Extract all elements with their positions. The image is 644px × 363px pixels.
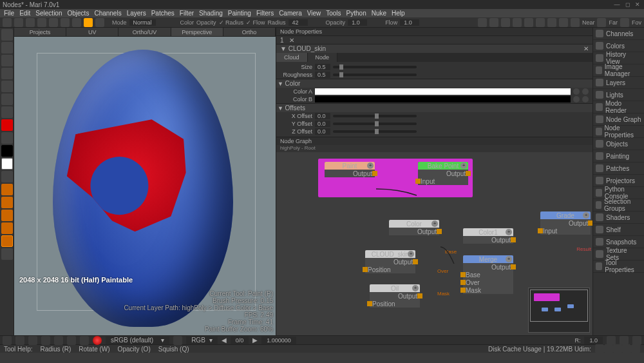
menu-nuke[interactable]: Nuke — [372, 10, 386, 17]
sphere-b-icon[interactable] — [1, 197, 13, 208]
rotate-tool-icon[interactable] — [1, 55, 13, 66]
status-e-icon[interactable] — [631, 344, 640, 353]
color-node[interactable]: Color+ Output — [389, 220, 439, 235]
colorb-swatch[interactable] — [315, 96, 571, 103]
misc-tool-icon[interactable] — [1, 248, 13, 260]
panel-shaders[interactable]: Shaders — [593, 211, 644, 224]
redo-icon[interactable] — [49, 18, 58, 27]
section-close-icon[interactable]: ✕ — [583, 45, 589, 52]
black-swatch[interactable] — [1, 145, 13, 157]
bakepoint-node[interactable]: Bake Point+ Output Input — [418, 162, 468, 185]
colorspace-select[interactable]: sRGB (default)▾ — [106, 337, 169, 344]
flow-checkbox[interactable]: ✓ Flow — [246, 19, 265, 26]
panel-channels[interactable]: Channels — [593, 28, 644, 40]
panel-modo-render[interactable]: Modo Render — [593, 101, 644, 113]
btm-b-icon[interactable] — [15, 336, 24, 345]
panel-selection-groups[interactable]: Selection Groups — [593, 199, 644, 211]
viewport-tab-perspective[interactable]: Perspective — [171, 28, 223, 36]
menu-painting[interactable]: Painting — [228, 10, 251, 17]
move-tool-icon[interactable] — [1, 42, 13, 54]
status-c-icon[interactable] — [613, 344, 622, 353]
tool-e-icon[interactable] — [524, 18, 533, 27]
panel-patches[interactable]: Patches — [593, 162, 644, 175]
status-b-icon[interactable] — [604, 344, 613, 353]
btm-g-icon[interactable] — [80, 336, 89, 345]
minimize-button[interactable]: — — [613, 1, 621, 8]
menu-camera[interactable]: Camera — [279, 10, 302, 17]
yoffset-value[interactable]: 0.0 — [315, 121, 330, 127]
close-all-icon[interactable]: ✕ — [289, 37, 294, 44]
panel-image-manager[interactable]: Image Manager — [593, 64, 644, 77]
panel-objects[interactable]: Objects — [593, 138, 644, 150]
xoffset-slider[interactable] — [333, 115, 417, 117]
render-sphere-icon[interactable] — [93, 336, 102, 345]
roughness-value[interactable]: 0.5 — [315, 72, 330, 78]
eraser-tool-icon[interactable] — [1, 93, 13, 105]
menu-python[interactable]: Python — [346, 10, 366, 17]
gradient-tool-icon[interactable] — [1, 171, 13, 182]
paint-tool-icon[interactable] — [1, 81, 13, 92]
status-a-icon[interactable] — [595, 344, 604, 353]
channel-select[interactable]: RGB▾ — [186, 337, 218, 344]
btm-a-icon[interactable] — [3, 336, 12, 345]
tool-a-icon[interactable] — [478, 18, 487, 27]
oil-node[interactable]: Oil+ Output Position — [370, 284, 420, 308]
zoffset-slider[interactable] — [333, 130, 417, 133]
eyedropper-icon[interactable] — [1, 132, 13, 144]
radius-checkbox[interactable]: ✓ Radius — [219, 19, 244, 26]
viewport[interactable]: 2048 x 2048 16 bit (Half) Paintable Curr… — [14, 37, 276, 335]
save-icon[interactable] — [26, 18, 35, 27]
colora-link-icon[interactable] — [582, 88, 589, 95]
btm-z-icon[interactable] — [632, 336, 641, 345]
tool-b-icon[interactable] — [489, 18, 498, 27]
target-icon[interactable] — [95, 18, 104, 27]
yoffset-slider[interactable] — [333, 123, 417, 125]
btm-e-icon[interactable] — [54, 336, 63, 345]
viewport-tab-uv[interactable]: UV — [66, 28, 118, 36]
btm-x-icon[interactable] — [607, 336, 616, 345]
merge-node[interactable]: Merge+ Output Base Over Mask — [463, 255, 513, 294]
new-icon[interactable] — [3, 18, 12, 27]
radius-value[interactable]: 42 — [289, 19, 308, 26]
sphere-a-icon[interactable] — [1, 184, 13, 195]
node-section-header[interactable]: ▼ CLOUD_skin ✕ — [276, 44, 592, 53]
tab-cloud[interactable]: Cloud — [276, 53, 308, 62]
menu-help[interactable]: Help — [392, 10, 405, 17]
menu-layers[interactable]: Layers — [127, 10, 146, 17]
menu-objects[interactable]: Objects — [68, 10, 90, 17]
brush-tool-icon[interactable] — [1, 106, 13, 118]
tool-h-icon[interactable] — [559, 18, 568, 27]
r-value[interactable]: 1.0 — [584, 337, 603, 344]
panel-tool-properties[interactable]: Tool Properties — [593, 260, 644, 273]
flow-value[interactable]: 1.0 — [400, 19, 419, 26]
open-icon[interactable] — [14, 18, 23, 27]
close-button[interactable]: ✕ — [634, 1, 641, 8]
menu-edit[interactable]: Edit — [19, 10, 30, 17]
tool-f-icon[interactable] — [536, 18, 545, 27]
menu-file[interactable]: File — [4, 10, 14, 17]
foreground-color[interactable] — [1, 119, 13, 131]
scale-tool-icon[interactable] — [1, 68, 13, 79]
offsets-group[interactable]: Offsets — [285, 104, 305, 112]
cloudskin-node[interactable]: CLOUD_skin+ Output Position — [365, 250, 415, 273]
tab-node[interactable]: Node — [308, 53, 338, 62]
prev-frame-icon[interactable]: ◀ — [222, 337, 227, 344]
sphere-c-icon[interactable] — [1, 210, 13, 221]
opacity2-value[interactable]: 1.0 — [348, 19, 367, 26]
status-d-icon[interactable] — [622, 344, 631, 353]
zoom-display[interactable]: 1.000000 — [261, 337, 296, 344]
colora-reset-icon[interactable] — [573, 88, 580, 95]
colorb-reset-icon[interactable] — [573, 96, 580, 103]
btm-link-icon[interactable] — [173, 336, 182, 345]
btm-c-icon[interactable] — [28, 336, 37, 345]
viewport-tab-ortho[interactable]: Ortho — [223, 28, 276, 36]
btm-d-icon[interactable] — [41, 336, 50, 345]
home-icon[interactable] — [72, 18, 81, 27]
menu-shading[interactable]: Shading — [199, 10, 223, 17]
menu-patches[interactable]: Patches — [151, 10, 175, 17]
mode-select[interactable]: Normal — [129, 19, 156, 26]
tool-i-icon[interactable] — [571, 18, 580, 27]
minimap[interactable] — [528, 288, 590, 333]
menu-filters[interactable]: Filters — [256, 10, 274, 17]
roughness-slider[interactable] — [333, 74, 417, 76]
